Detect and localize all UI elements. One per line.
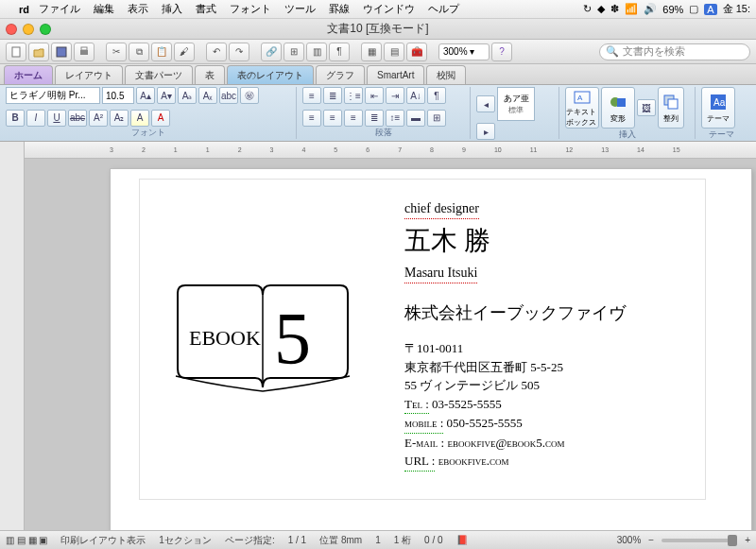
align-left-button[interactable]: ≡: [302, 110, 321, 127]
multilevel-button[interactable]: ⋮≡: [344, 87, 363, 104]
columns-button[interactable]: ▥: [306, 43, 327, 61]
subscript-button[interactable]: A₂: [110, 110, 129, 127]
business-card[interactable]: EBOOK 5 chief designer 五木 勝 Masaru Itsuk…: [139, 179, 706, 500]
app-name[interactable]: rd: [19, 4, 29, 15]
tab-parts[interactable]: 文書パーツ: [125, 65, 193, 84]
view-buttons[interactable]: ▥ ▤ ▦ ▣: [6, 535, 47, 545]
indent-right-button[interactable]: ⇥: [386, 87, 404, 104]
borders-button[interactable]: ⊞: [427, 110, 446, 127]
tab-layout[interactable]: レイアウト: [55, 65, 123, 84]
bullets-button[interactable]: ≡: [302, 87, 321, 104]
clock[interactable]: 金 15:: [723, 2, 750, 16]
menubar-volume-icon[interactable]: 🔊: [644, 3, 657, 15]
shape-button[interactable]: 変形: [601, 87, 635, 129]
help-button[interactable]: ?: [491, 43, 512, 61]
font-name-select[interactable]: ヒラギノ明朝 Pr...: [6, 87, 100, 104]
enclose-button[interactable]: ㊙: [240, 87, 259, 104]
shading-button[interactable]: ▬: [406, 110, 425, 127]
menubar-sync-icon[interactable]: ↻: [583, 3, 592, 15]
tab-table-layout[interactable]: 表のレイアウト: [227, 65, 314, 84]
menu-format[interactable]: 書式: [196, 2, 216, 16]
ribbon: ヒラギノ明朝 Pr... 10.5 A▴ A▾ Aₐ Aᵪ abc ㊙ B I …: [0, 85, 756, 142]
zoom-out-button[interactable]: −: [648, 535, 654, 545]
italic-button[interactable]: I: [26, 110, 45, 127]
zoom-button[interactable]: [40, 24, 51, 35]
tab-chart[interactable]: グラフ: [316, 65, 365, 84]
menu-window[interactable]: ウインドウ: [363, 2, 415, 16]
menu-view[interactable]: 表示: [128, 2, 148, 16]
clear-format-button[interactable]: Aᵪ: [198, 87, 217, 104]
menu-file[interactable]: ファイル: [39, 2, 80, 16]
format-painter-button[interactable]: 🖌: [174, 43, 195, 61]
new-doc-button[interactable]: [6, 43, 26, 61]
phonetic-button[interactable]: abc: [219, 87, 238, 104]
style-normal[interactable]: あア亜 標準: [497, 87, 535, 121]
style-prev-button[interactable]: ◂: [476, 95, 495, 112]
horizontal-ruler[interactable]: 321123456789101112131415: [25, 142, 756, 159]
tab-smartart[interactable]: SmartArt: [367, 65, 424, 84]
gallery-button[interactable]: ▦: [361, 43, 382, 61]
menubar-dropbox-icon[interactable]: ◆: [597, 3, 605, 15]
menubar-bluetooth-icon[interactable]: ✽: [610, 3, 619, 15]
font-color-button[interactable]: A: [151, 110, 170, 127]
search-field[interactable]: 🔍 文書内を検索: [599, 43, 750, 60]
battery-indicator[interactable]: 69%: [662, 4, 683, 15]
sort-button[interactable]: A↓: [406, 87, 425, 104]
redo-button[interactable]: ↷: [229, 43, 249, 61]
print-button[interactable]: [74, 43, 94, 61]
strike-button[interactable]: abc: [68, 110, 87, 127]
menu-font[interactable]: フォント: [230, 2, 271, 16]
picture-button[interactable]: 🖼: [637, 99, 656, 116]
align-right-button[interactable]: ≡: [344, 110, 363, 127]
line-spacing-button[interactable]: ↕≡: [386, 110, 404, 127]
arrange-button[interactable]: 整列: [658, 87, 684, 129]
toolbox-button[interactable]: 🧰: [406, 43, 427, 61]
copy-button[interactable]: ⧉: [129, 43, 149, 61]
sidebar-button[interactable]: ▤: [384, 43, 404, 61]
indent-left-button[interactable]: ⇤: [365, 87, 384, 104]
vertical-ruler[interactable]: [0, 142, 25, 549]
open-button[interactable]: [28, 43, 49, 61]
menubar-wifi-icon[interactable]: 📶: [625, 3, 638, 15]
ime-indicator[interactable]: A: [704, 4, 716, 15]
document-page[interactable]: EBOOK 5 chief designer 五木 勝 Masaru Itsuk…: [110, 168, 752, 546]
zoom-dropdown[interactable]: 300% ▾: [438, 43, 490, 60]
show-marks-button[interactable]: ¶: [427, 87, 446, 104]
link-button[interactable]: 🔗: [261, 43, 282, 61]
grow-font-button[interactable]: A▴: [136, 87, 155, 104]
textbox-button[interactable]: Aテキストボックス: [565, 87, 599, 129]
bold-button[interactable]: B: [6, 110, 25, 127]
document-viewport[interactable]: 321123456789101112131415 EBOOK 5 chief d…: [25, 142, 756, 549]
menu-insert[interactable]: 挿入: [162, 2, 182, 16]
tab-review[interactable]: 校閲: [426, 65, 466, 84]
formatting-button[interactable]: ¶: [329, 43, 350, 61]
undo-button[interactable]: ↶: [206, 43, 227, 61]
minimize-button[interactable]: [23, 24, 34, 35]
justify-button[interactable]: ≣: [365, 110, 384, 127]
zoom-in-button[interactable]: +: [745, 535, 750, 545]
tab-table[interactable]: 表: [195, 65, 225, 84]
apple-icon[interactable]: [6, 3, 19, 16]
font-size-select[interactable]: 10.5: [102, 87, 134, 104]
table-button[interactable]: ⊞: [284, 43, 304, 61]
cut-button[interactable]: ✂: [106, 43, 127, 61]
style-next-button[interactable]: ▸: [476, 123, 495, 140]
theme-button[interactable]: Aaテーマ: [701, 87, 735, 129]
save-button[interactable]: [51, 43, 72, 61]
menu-tools[interactable]: ツール: [284, 2, 316, 16]
menu-table[interactable]: 罫線: [329, 2, 350, 16]
numbering-button[interactable]: ≣: [323, 87, 342, 104]
superscript-button[interactable]: A²: [89, 110, 108, 127]
zoom-slider[interactable]: [662, 539, 737, 542]
shrink-font-button[interactable]: A▾: [157, 87, 176, 104]
char-scale-button[interactable]: Aₐ: [178, 87, 197, 104]
menu-help[interactable]: ヘルプ: [428, 2, 459, 16]
close-button[interactable]: [6, 24, 17, 35]
highlight-button[interactable]: A: [130, 110, 149, 127]
spellcheck-icon[interactable]: 📕: [456, 535, 468, 545]
align-center-button[interactable]: ≡: [323, 110, 342, 127]
tab-home[interactable]: ホーム: [4, 65, 53, 84]
underline-button[interactable]: U: [47, 110, 66, 127]
menu-edit[interactable]: 編集: [94, 2, 114, 16]
paste-button[interactable]: 📋: [151, 43, 172, 61]
